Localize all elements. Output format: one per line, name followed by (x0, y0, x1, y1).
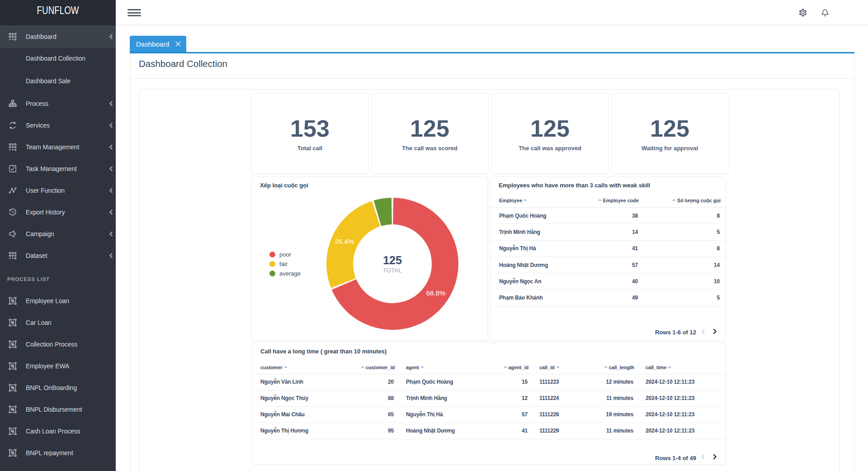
svg-text:26.4%: 26.4% (335, 238, 354, 245)
svg-text:TOTAL: TOTAL (383, 267, 402, 274)
svg-text:125: 125 (383, 254, 402, 266)
svg-text:68.8%: 68.8% (426, 289, 446, 297)
